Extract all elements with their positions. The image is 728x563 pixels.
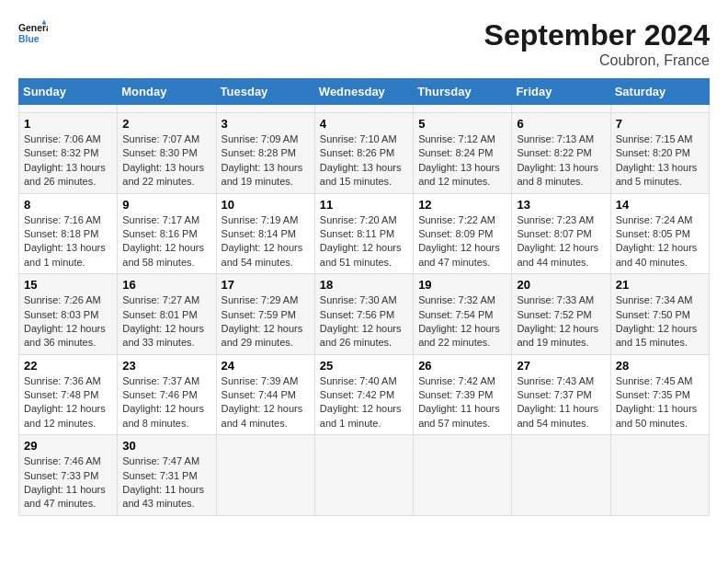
sunrise-text: Sunrise: 7:34 AM — [616, 294, 693, 305]
sunrise-text: Sunrise: 7:32 AM — [418, 294, 495, 305]
table-cell: 29 Sunrise: 7:46 AM Sunset: 7:33 PM Dayl… — [19, 435, 118, 516]
day-number: 16 — [122, 278, 210, 292]
day-number: 13 — [517, 198, 605, 212]
day-info: Sunrise: 7:45 AM Sunset: 7:35 PM Dayligh… — [616, 374, 704, 431]
sunrise-text: Sunrise: 7:13 AM — [517, 133, 594, 144]
day-number: 6 — [517, 117, 605, 131]
svg-marker-2 — [42, 20, 47, 25]
table-cell: 3 Sunrise: 7:09 AM Sunset: 8:28 PM Dayli… — [216, 113, 314, 194]
svg-text:Blue: Blue — [18, 34, 40, 44]
table-cell: 6 Sunrise: 7:13 AM Sunset: 8:22 PM Dayli… — [512, 113, 610, 194]
day-info: Sunrise: 7:07 AM Sunset: 8:30 PM Dayligh… — [122, 132, 210, 190]
sunset-text: Sunset: 8:32 PM — [24, 147, 98, 158]
sunrise-text: Sunrise: 7:39 AM — [222, 375, 299, 386]
sunset-text: Sunset: 8:07 PM — [517, 228, 591, 239]
daylight-text: Daylight: 12 hours and 1 minute. — [320, 403, 402, 428]
table-cell: 16 Sunrise: 7:27 AM Sunset: 8:01 PM Dayl… — [118, 274, 216, 355]
sunset-text: Sunset: 8:30 PM — [122, 147, 197, 158]
day-number: 4 — [320, 117, 408, 131]
daylight-text: Daylight: 12 hours and 8 minutes. — [122, 403, 204, 428]
table-cell — [610, 435, 709, 516]
table-cell — [414, 435, 512, 516]
table-cell: 13 Sunrise: 7:23 AM Sunset: 8:07 PM Dayl… — [512, 193, 610, 274]
daylight-text: Daylight: 11 hours and 50 minutes. — [616, 403, 698, 428]
daylight-text: Daylight: 12 hours and 40 minutes. — [616, 242, 698, 267]
table-cell — [610, 105, 709, 113]
day-number: 12 — [418, 198, 506, 212]
sunset-text: Sunset: 7:31 PM — [122, 470, 197, 481]
sunrise-text: Sunrise: 7:33 AM — [517, 294, 594, 305]
table-cell: 23 Sunrise: 7:37 AM Sunset: 7:46 PM Dayl… — [118, 354, 216, 435]
sunset-text: Sunset: 8:16 PM — [122, 228, 197, 239]
table-cell: 14 Sunrise: 7:24 AM Sunset: 8:05 PM Dayl… — [610, 193, 709, 274]
daylight-text: Daylight: 12 hours and 4 minutes. — [222, 403, 303, 428]
table-cell: 11 Sunrise: 7:20 AM Sunset: 8:11 PM Dayl… — [314, 193, 413, 274]
sunrise-text: Sunrise: 7:42 AM — [418, 375, 495, 386]
sunrise-text: Sunrise: 7:27 AM — [122, 294, 199, 305]
logo: General Blue — [18, 18, 48, 48]
day-info: Sunrise: 7:33 AM Sunset: 7:52 PM Dayligh… — [517, 293, 605, 350]
day-number: 9 — [122, 198, 210, 212]
table-cell — [414, 105, 512, 113]
day-number: 19 — [418, 278, 506, 292]
col-saturday: Saturday — [610, 79, 709, 105]
daylight-text: Daylight: 13 hours and 12 minutes. — [418, 162, 500, 187]
sunset-text: Sunset: 8:22 PM — [517, 147, 591, 158]
day-info: Sunrise: 7:23 AM Sunset: 8:07 PM Dayligh… — [517, 213, 605, 270]
daylight-text: Daylight: 13 hours and 1 minute. — [24, 242, 106, 267]
day-info: Sunrise: 7:39 AM Sunset: 7:44 PM Dayligh… — [222, 374, 310, 431]
table-cell: 25 Sunrise: 7:40 AM Sunset: 7:42 PM Dayl… — [314, 354, 413, 435]
table-cell: 8 Sunrise: 7:16 AM Sunset: 8:18 PM Dayli… — [19, 193, 118, 274]
sunset-text: Sunset: 7:35 PM — [616, 389, 690, 400]
table-cell: 9 Sunrise: 7:17 AM Sunset: 8:16 PM Dayli… — [118, 193, 216, 274]
sunrise-text: Sunrise: 7:23 AM — [517, 214, 594, 225]
sunset-text: Sunset: 7:42 PM — [320, 389, 394, 400]
sunset-text: Sunset: 8:20 PM — [616, 147, 690, 158]
day-info: Sunrise: 7:22 AM Sunset: 8:09 PM Dayligh… — [418, 213, 506, 270]
daylight-text: Daylight: 11 hours and 43 minutes. — [122, 484, 204, 509]
day-info: Sunrise: 7:46 AM Sunset: 7:33 PM Dayligh… — [24, 454, 112, 511]
day-number: 10 — [222, 198, 310, 212]
daylight-text: Daylight: 13 hours and 15 minutes. — [320, 162, 402, 187]
table-cell: 22 Sunrise: 7:36 AM Sunset: 7:48 PM Dayl… — [19, 354, 118, 435]
sunrise-text: Sunrise: 7:40 AM — [320, 375, 397, 386]
daylight-text: Daylight: 12 hours and 58 minutes. — [122, 242, 204, 267]
daylight-text: Daylight: 13 hours and 8 minutes. — [517, 162, 598, 187]
calendar-row: 15 Sunrise: 7:26 AM Sunset: 8:03 PM Dayl… — [19, 274, 710, 355]
day-number: 3 — [222, 117, 310, 131]
sunset-text: Sunset: 8:03 PM — [24, 309, 98, 320]
table-cell — [19, 105, 118, 113]
sunset-text: Sunset: 8:26 PM — [320, 147, 394, 158]
day-info: Sunrise: 7:16 AM Sunset: 8:18 PM Dayligh… — [24, 213, 112, 270]
svg-text:General: General — [18, 23, 48, 33]
day-info: Sunrise: 7:19 AM Sunset: 8:14 PM Dayligh… — [222, 213, 310, 270]
day-info: Sunrise: 7:24 AM Sunset: 8:05 PM Dayligh… — [616, 213, 704, 270]
day-number: 17 — [222, 278, 310, 292]
day-number: 24 — [222, 359, 310, 373]
day-info: Sunrise: 7:12 AM Sunset: 8:24 PM Dayligh… — [418, 132, 506, 190]
sunrise-text: Sunrise: 7:15 AM — [616, 133, 693, 144]
sunrise-text: Sunrise: 7:26 AM — [24, 294, 101, 305]
calendar-row: 8 Sunrise: 7:16 AM Sunset: 8:18 PM Dayli… — [19, 193, 710, 274]
table-cell: 12 Sunrise: 7:22 AM Sunset: 8:09 PM Dayl… — [414, 193, 512, 274]
table-cell: 28 Sunrise: 7:45 AM Sunset: 7:35 PM Dayl… — [610, 354, 709, 435]
day-info: Sunrise: 7:10 AM Sunset: 8:26 PM Dayligh… — [320, 132, 408, 190]
sunset-text: Sunset: 7:54 PM — [418, 309, 493, 320]
day-info: Sunrise: 7:47 AM Sunset: 7:31 PM Dayligh… — [122, 454, 210, 511]
day-number: 14 — [616, 198, 704, 212]
day-info: Sunrise: 7:26 AM Sunset: 8:03 PM Dayligh… — [24, 293, 112, 350]
sunrise-text: Sunrise: 7:12 AM — [418, 133, 495, 144]
day-info: Sunrise: 7:29 AM Sunset: 7:59 PM Dayligh… — [222, 293, 310, 350]
table-cell — [314, 105, 413, 113]
table-cell: 19 Sunrise: 7:32 AM Sunset: 7:54 PM Dayl… — [414, 274, 512, 355]
table-cell — [512, 435, 610, 516]
day-number: 7 — [616, 117, 704, 131]
sunset-text: Sunset: 8:24 PM — [418, 147, 493, 158]
day-number: 2 — [122, 117, 210, 131]
sunset-text: Sunset: 8:14 PM — [222, 228, 296, 239]
page-header: General Blue September 2024 Coubron, Fra… — [18, 18, 710, 69]
sunset-text: Sunset: 8:28 PM — [222, 147, 296, 158]
day-number: 28 — [616, 359, 704, 373]
month-title: September 2024 — [484, 18, 710, 52]
sunrise-text: Sunrise: 7:20 AM — [320, 214, 397, 225]
